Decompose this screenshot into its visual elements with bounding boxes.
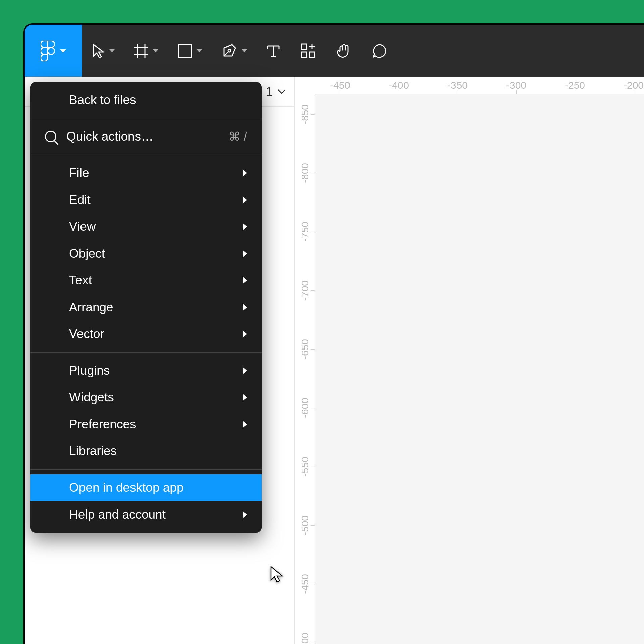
page-label: 1 — [266, 85, 273, 99]
main-menu-button[interactable] — [25, 25, 82, 77]
mouse-cursor — [270, 566, 284, 584]
hand-icon — [335, 43, 352, 59]
pen-tool[interactable] — [211, 25, 256, 77]
comment-icon — [371, 43, 388, 59]
ruler-tick: -600 — [299, 398, 311, 418]
menu-preferences[interactable]: Preferences — [30, 411, 262, 438]
menu-quick-actions[interactable]: Quick actions… ⌘ / — [30, 123, 262, 150]
submenu-arrow-icon — [243, 277, 247, 284]
shape-tool[interactable] — [168, 25, 211, 77]
figma-logo-icon — [41, 41, 55, 61]
menu-libraries[interactable]: Libraries — [30, 438, 262, 465]
ruler-tick: -800 — [299, 163, 311, 183]
ruler-tick: -350 — [447, 79, 468, 91]
menu-view[interactable]: View — [30, 213, 262, 240]
frame-tool[interactable] — [124, 25, 168, 77]
canvas-area: -450-400-350-300-250-200 -850-800-750-70… — [295, 77, 644, 644]
ruler-tick: -650 — [299, 339, 311, 359]
chevron-down-icon — [277, 89, 286, 94]
menu-open-desktop[interactable]: Open in desktop app — [30, 474, 262, 501]
frame-icon — [133, 43, 149, 59]
submenu-arrow-icon — [243, 250, 247, 257]
chevron-down-icon — [153, 49, 158, 52]
ruler-vertical: -850-800-750-700-650-600-550-500-450-400 — [295, 94, 315, 644]
submenu-arrow-icon — [243, 304, 247, 311]
submenu-arrow-icon — [243, 421, 247, 428]
pen-icon — [221, 43, 237, 59]
submenu-arrow-icon — [243, 330, 247, 338]
chevron-down-icon — [109, 49, 115, 52]
shortcut-label: ⌘ / — [229, 130, 247, 143]
submenu-arrow-icon — [243, 196, 247, 204]
canvas[interactable] — [315, 94, 644, 644]
cursor-icon — [91, 43, 105, 59]
svg-point-2 — [228, 49, 231, 52]
ruler-horizontal: -450-400-350-300-250-200 — [315, 77, 644, 94]
text-icon — [266, 43, 281, 59]
rectangle-icon — [177, 43, 193, 59]
components-icon — [300, 43, 317, 59]
menu-plugins[interactable]: Plugins — [30, 357, 262, 384]
submenu-arrow-icon — [243, 223, 247, 230]
menu-widgets[interactable]: Widgets — [30, 384, 262, 411]
hand-tool[interactable] — [326, 25, 362, 77]
submenu-arrow-icon — [243, 169, 247, 177]
ruler-tick: -750 — [299, 222, 311, 242]
ruler-tick: -700 — [299, 280, 311, 301]
ruler-tick: -250 — [565, 79, 585, 91]
menu-help[interactable]: Help and account — [30, 501, 262, 528]
submenu-arrow-icon — [243, 394, 247, 401]
svg-point-0 — [48, 47, 55, 54]
menu-edit[interactable]: Edit — [30, 186, 262, 213]
search-icon — [45, 131, 56, 142]
menu-object[interactable]: Object — [30, 240, 262, 267]
ruler-tick: -400 — [299, 633, 311, 644]
comment-tool[interactable] — [362, 25, 397, 77]
svg-rect-4 — [301, 52, 307, 57]
ruler-tick: -200 — [624, 79, 644, 91]
chevron-down-icon — [241, 49, 247, 52]
svg-rect-5 — [309, 52, 315, 57]
submenu-arrow-icon — [243, 511, 247, 518]
menu-back-to-files[interactable]: Back to files — [30, 87, 262, 113]
menu-divider — [30, 155, 262, 155]
main-menu-dropdown: Back to files Quick actions… ⌘ / File Ed… — [30, 82, 262, 533]
ruler-tick: -300 — [506, 79, 526, 91]
ruler-tick: -850 — [299, 104, 311, 124]
menu-file[interactable]: File — [30, 160, 262, 186]
toolbar — [25, 25, 644, 77]
menu-arrange[interactable]: Arrange — [30, 294, 262, 321]
chevron-down-icon — [60, 49, 66, 53]
menu-divider — [30, 352, 262, 353]
ruler-tick: -450 — [299, 574, 311, 594]
ruler-tick: -550 — [299, 457, 311, 477]
menu-text[interactable]: Text — [30, 267, 262, 294]
menu-divider — [30, 118, 262, 118]
move-tool[interactable] — [82, 25, 124, 77]
submenu-arrow-icon — [243, 367, 247, 374]
text-tool[interactable] — [256, 25, 290, 77]
app-window: 1 -450-400-350-300-250-200 -850-800-750-… — [23, 23, 644, 644]
chevron-down-icon — [197, 49, 202, 52]
svg-rect-1 — [178, 45, 191, 57]
menu-vector[interactable]: Vector — [30, 321, 262, 347]
svg-rect-3 — [301, 44, 307, 49]
resources-tool[interactable] — [290, 25, 326, 77]
ruler-tick: -500 — [299, 515, 311, 535]
ruler-tick: -400 — [389, 79, 409, 91]
ruler-tick: -450 — [330, 79, 350, 91]
menu-divider — [30, 469, 262, 470]
